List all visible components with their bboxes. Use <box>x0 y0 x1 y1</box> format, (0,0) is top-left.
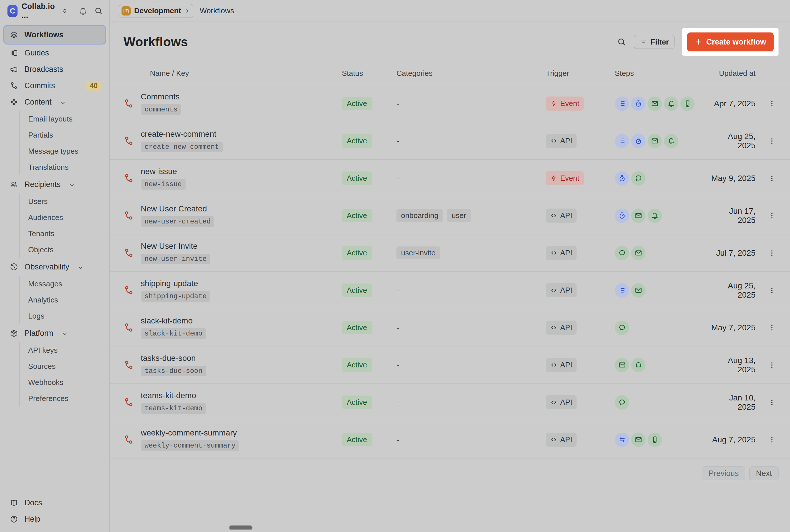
sidebar-item-audiences[interactable]: Audiences <box>25 209 105 226</box>
sidebar-item-messages[interactable]: Messages <box>25 276 105 292</box>
sidebar-item-label: Commits <box>24 81 55 90</box>
sidebar-item-api-keys[interactable]: API keys <box>25 342 105 358</box>
row-menu-button[interactable] <box>765 207 778 224</box>
status-cell: Active <box>342 284 397 297</box>
step-timer-icon <box>615 171 629 186</box>
sidebar-item-broadcasts[interactable]: Broadcasts <box>4 61 105 78</box>
updated-at-cell: Jul 7, 2025 <box>710 248 755 258</box>
code-icon <box>550 249 557 256</box>
code-icon <box>550 137 557 145</box>
notifications-button[interactable] <box>78 5 89 16</box>
create-workflow-button[interactable]: Create workflow <box>687 33 774 52</box>
workflow-icon <box>123 435 134 445</box>
step-timer-icon <box>631 96 646 111</box>
table-row-new-user-invite[interactable]: New User Invite new-user-invite Active u… <box>110 234 790 272</box>
environment-switcher[interactable]: Development <box>119 4 193 18</box>
trigger-cell: Event <box>546 171 615 185</box>
step-email-icon <box>648 134 662 148</box>
table-row-shipping-update[interactable]: shipping-update shipping-update Active -… <box>110 272 790 309</box>
step-email-icon <box>631 209 646 223</box>
next-page-button[interactable]: Next <box>749 467 778 480</box>
row-menu-button[interactable] <box>765 170 778 187</box>
table-row-teams-kit-demo[interactable]: teams-kit-demo teams-kit-demo Active - A… <box>110 384 790 421</box>
horizontal-scrollbar-thumb[interactable] <box>229 526 252 530</box>
table-body: Comments comments Active - Event Apr 7, … <box>110 85 790 458</box>
row-menu-button[interactable] <box>765 245 778 262</box>
previous-page-button[interactable]: Previous <box>702 467 745 480</box>
category-pill: user <box>447 209 471 222</box>
sidebar-item-workflows[interactable]: Workflows <box>4 26 105 44</box>
trigger-label: API <box>560 323 572 332</box>
search-icon <box>617 37 626 46</box>
sidebar-item-users[interactable]: Users <box>25 193 105 209</box>
sidebar-item-tenants[interactable]: Tenants <box>25 226 105 242</box>
sidebar-item-sources[interactable]: Sources <box>25 358 105 374</box>
sidebar-item-help[interactable]: Help <box>4 511 105 527</box>
sidebar-item-translations[interactable]: Translations <box>25 159 105 175</box>
sidebar-item-webhooks[interactable]: Webhooks <box>25 374 105 391</box>
row-menu-button[interactable] <box>765 132 778 150</box>
sidebar-item-objects[interactable]: Objects <box>25 242 105 258</box>
row-menu-button[interactable] <box>765 319 778 336</box>
sidebar-item-recipients[interactable]: Recipients <box>4 176 105 193</box>
lightning-icon <box>550 100 557 107</box>
table-row-weekly-comment-summary[interactable]: weekly-comment-summary weekly-comment-su… <box>110 421 790 458</box>
workflow-icon <box>123 285 134 296</box>
row-menu-button[interactable] <box>765 431 778 449</box>
status-cell: Active <box>342 134 397 148</box>
main-area: Development Workflows Workflows Filter C… <box>110 0 790 532</box>
sidebar-item-email-layouts[interactable]: Email layouts <box>25 111 105 127</box>
sidebar-search-button[interactable] <box>93 5 104 16</box>
table-row-new-issue[interactable]: new-issue new-issue Active - Event May 9… <box>110 160 790 197</box>
create-workflow-label: Create workflow <box>706 38 766 46</box>
row-menu-button[interactable] <box>765 282 778 299</box>
status-badge: Active <box>342 358 372 372</box>
steps-cell <box>615 283 710 298</box>
table-row-comments[interactable]: Comments comments Active - Event Apr 7, … <box>110 85 790 122</box>
trigger-badge: Event <box>546 96 584 111</box>
status-badge: Active <box>342 433 372 446</box>
status-cell: Active <box>342 246 397 260</box>
categories-cell: - <box>397 136 546 146</box>
name-key-cell: New User Created new-user-created <box>123 204 342 227</box>
step-swap-icon <box>615 433 629 447</box>
row-menu-button[interactable] <box>765 394 778 411</box>
sidebar-item-logs[interactable]: Logs <box>25 308 105 324</box>
kebab-icon <box>768 324 776 331</box>
name-key-cell: slack-kit-demo slack-kit-demo <box>123 316 342 339</box>
workflow-key: tasks-due-soon <box>141 366 206 376</box>
sidebar-item-analytics[interactable]: Analytics <box>25 292 105 308</box>
table-row-new-user-created[interactable]: New User Created new-user-created Active… <box>110 197 790 234</box>
filter-button[interactable]: Filter <box>634 35 675 49</box>
workflow-icon <box>123 397 134 407</box>
sidebar-item-preferences[interactable]: Preferences <box>25 391 105 406</box>
org-switcher[interactable]: C Collab.io ... <box>7 2 69 20</box>
sidebar-item-partials[interactable]: Partials <box>25 127 105 143</box>
status-badge: Active <box>342 396 372 409</box>
sidebar-item-content[interactable]: Content <box>4 94 105 110</box>
table-row-tasks-due-soon[interactable]: tasks-due-soon tasks-due-soon Active - A… <box>110 346 790 384</box>
sidebar-item-platform[interactable]: Platform <box>4 325 105 342</box>
sidebar-item-observability[interactable]: Observability <box>4 259 105 275</box>
steps-cell <box>615 358 710 372</box>
table-row-slack-kit-demo[interactable]: slack-kit-demo slack-kit-demo Active - A… <box>110 309 790 346</box>
table-row-create-new-comment[interactable]: create-new-comment create-new-comment Ac… <box>110 122 790 160</box>
categories-cell: - <box>397 361 546 370</box>
sidebar-item-commits[interactable]: Commits40 <box>4 78 105 94</box>
steps-cell <box>615 209 710 223</box>
trigger-cell: API <box>546 358 615 372</box>
row-menu-button[interactable] <box>765 357 778 374</box>
trigger-cell: API <box>546 246 615 260</box>
sidebar-item-message-types[interactable]: Message types <box>25 143 105 159</box>
empty-categories-dash: - <box>397 435 399 444</box>
step-list-icon <box>615 134 629 148</box>
row-menu-button[interactable] <box>765 95 778 112</box>
name-key-cell: weekly-comment-summary weekly-comment-su… <box>123 428 342 451</box>
workflow-name: tasks-due-soon <box>141 354 196 363</box>
status-badge: Active <box>342 246 372 260</box>
docs-icon <box>10 499 18 507</box>
status-cell: Active <box>342 396 397 409</box>
sidebar-item-docs[interactable]: Docs <box>4 495 105 511</box>
sidebar-item-guides[interactable]: Guides <box>4 45 105 61</box>
table-search-button[interactable] <box>616 36 628 48</box>
